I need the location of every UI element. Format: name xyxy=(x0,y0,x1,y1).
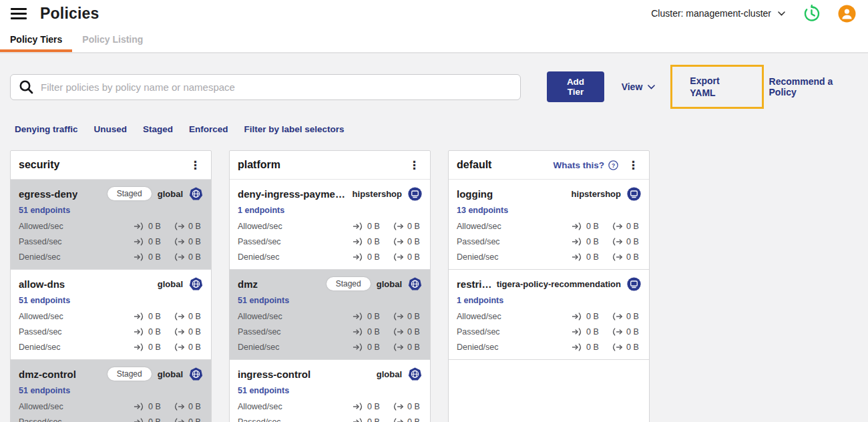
policy-scope: hipstershop xyxy=(572,189,621,199)
filter-unused[interactable]: Unused xyxy=(94,124,128,134)
stat-in-value: 0 B xyxy=(586,222,599,231)
tab-policy-listing[interactable]: Policy Listing xyxy=(72,27,153,52)
ingress-arrow-icon xyxy=(572,222,583,230)
policy-card[interactable]: ingress-control global 51 endpoints Allo… xyxy=(230,360,430,422)
endpoints-link[interactable]: 51 endpoints xyxy=(19,206,70,215)
tier-kebab-menu-icon[interactable]: ⋮ xyxy=(405,160,423,171)
user-avatar[interactable] xyxy=(838,5,856,23)
stat-in-value: 0 B xyxy=(148,252,161,262)
ingress-arrow-icon xyxy=(572,343,583,351)
ingress-arrow-icon xyxy=(353,343,364,351)
egress-arrow-icon xyxy=(393,328,404,336)
history-icon xyxy=(803,5,821,23)
stat-out-value: 0 B xyxy=(626,222,639,231)
stat-in-value: 0 B xyxy=(367,343,380,352)
stat-out-value: 0 B xyxy=(188,237,201,246)
search-input[interactable] xyxy=(41,81,512,93)
ingress-arrow-icon xyxy=(134,222,145,230)
stat-label: Denied/sec xyxy=(19,343,61,352)
ingress-arrow-icon xyxy=(353,312,364,321)
stat-row: Allowed/sec 0 B 0 B xyxy=(238,222,422,231)
policy-card[interactable]: allow-dns global 51 endpoints Allowed/se… xyxy=(11,270,211,360)
history-button[interactable] xyxy=(803,5,821,23)
ingress-arrow-icon xyxy=(572,253,583,261)
policy-card[interactable]: dmz Staged global 51 endpoints Allowed/s… xyxy=(230,270,430,360)
tab-policy-tiers[interactable]: Policy Tiers xyxy=(0,27,72,52)
policy-scope: tigera-policy-recommendation xyxy=(497,279,621,289)
chevron-down-icon xyxy=(648,85,655,89)
filter-by-label-selectors[interactable]: Filter by label selectors xyxy=(244,124,345,134)
endpoints-link[interactable]: 1 endpoints xyxy=(238,206,284,215)
endpoints-link[interactable]: 51 endpoints xyxy=(238,296,289,305)
policy-list: logging hipstershop 13 endpoints Allowed… xyxy=(449,180,649,360)
endpoints-link[interactable]: 13 endpoints xyxy=(457,206,508,215)
ingress-arrow-icon xyxy=(353,328,364,336)
policy-stats: Allowed/sec 0 B 0 B Passed/sec xyxy=(19,222,203,262)
policy-card[interactable]: deny-ingress-paymentservi… hipstershop 1… xyxy=(230,180,430,270)
whats-this-label: Whats this? xyxy=(554,160,605,170)
stat-in-value: 0 B xyxy=(148,417,161,422)
filter-links: Denying traffic Unused Staged Enforced F… xyxy=(15,124,868,134)
stat-label: Denied/sec xyxy=(238,252,280,262)
policy-card[interactable]: restricted tigera-policy-recommendation … xyxy=(449,270,649,360)
stat-label: Denied/sec xyxy=(238,343,280,352)
stat-row: Allowed/sec 0 B 0 B xyxy=(457,312,641,321)
ingress-arrow-icon xyxy=(134,312,145,321)
add-tier-button[interactable]: Add Tier xyxy=(547,71,604,102)
tabbar: Policy Tiers Policy Listing xyxy=(0,27,868,53)
stat-label: Passed/sec xyxy=(457,327,500,337)
filter-staged[interactable]: Staged xyxy=(143,124,173,134)
export-yaml-button[interactable]: Export YAML xyxy=(670,65,763,109)
stat-row: Passed/sec 0 B 0 B xyxy=(457,327,641,337)
policy-name: dmz-control xyxy=(19,369,76,380)
endpoints-link[interactable]: 51 endpoints xyxy=(19,296,70,305)
svg-text:?: ? xyxy=(612,162,615,168)
cluster-selector[interactable]: Cluster: management-cluster xyxy=(651,8,785,19)
global-badge-icon xyxy=(408,277,422,291)
policy-scope: global xyxy=(377,279,402,289)
policy-card[interactable]: logging hipstershop 13 endpoints Allowed… xyxy=(449,180,649,270)
stat-out-value: 0 B xyxy=(407,252,420,262)
search-icon xyxy=(19,79,34,95)
global-badge-icon xyxy=(189,367,203,381)
filter-enforced[interactable]: Enforced xyxy=(189,124,228,134)
stat-label: Allowed/sec xyxy=(457,312,501,321)
tier-kebab-menu-icon[interactable]: ⋮ xyxy=(624,160,642,171)
stat-label: Passed/sec xyxy=(19,327,62,337)
hamburger-menu-icon[interactable] xyxy=(11,8,27,19)
whats-this-link[interactable]: Whats this? ? xyxy=(554,160,619,170)
policy-stats: Allowed/sec 0 B 0 B Passed/sec xyxy=(457,222,641,262)
recommend-policy-button[interactable]: Recommend a Policy xyxy=(769,76,857,97)
view-dropdown[interactable]: View xyxy=(622,81,656,92)
endpoints-link[interactable]: 51 endpoints xyxy=(238,386,289,395)
policy-name: logging xyxy=(457,188,493,200)
tier-kebab-menu-icon[interactable]: ⋮ xyxy=(186,160,204,171)
global-badge-icon xyxy=(408,367,422,381)
stat-in-value: 0 B xyxy=(586,343,599,352)
endpoints-link[interactable]: 51 endpoints xyxy=(19,386,70,395)
policy-card[interactable]: dmz-control Staged global 51 endpoints A… xyxy=(11,360,211,422)
policy-stats: Allowed/sec 0 B 0 B Passed/sec xyxy=(19,312,203,352)
stat-in-value: 0 B xyxy=(367,222,380,231)
egress-arrow-icon xyxy=(174,343,185,351)
stat-label: Allowed/sec xyxy=(19,402,63,411)
endpoints-link[interactable]: 1 endpoints xyxy=(457,296,503,305)
staged-badge: Staged xyxy=(107,367,152,381)
tier-header: security ⋮ xyxy=(11,151,211,180)
tier-name: security xyxy=(19,159,59,171)
egress-arrow-icon xyxy=(393,403,404,411)
tier-card-default: default Whats this? ? ⋮ logging hipsters… xyxy=(448,150,650,422)
global-badge-icon xyxy=(189,187,203,201)
stat-row: Allowed/sec 0 B 0 B xyxy=(19,402,203,411)
export-yaml-label: Export YAML xyxy=(690,75,719,98)
policy-name: dmz xyxy=(238,278,258,290)
filter-denying-traffic[interactable]: Denying traffic xyxy=(15,124,78,134)
policy-card[interactable]: egress-deny Staged global 51 endpoints A… xyxy=(11,180,211,270)
ingress-arrow-icon xyxy=(353,418,364,422)
tiers: security ⋮ egress-deny Staged global xyxy=(10,150,868,422)
egress-arrow-icon xyxy=(393,312,404,321)
policy-scope: global xyxy=(377,369,402,379)
stat-out-value: 0 B xyxy=(407,312,420,321)
stat-in-value: 0 B xyxy=(367,417,380,422)
stat-in-value: 0 B xyxy=(148,222,161,231)
